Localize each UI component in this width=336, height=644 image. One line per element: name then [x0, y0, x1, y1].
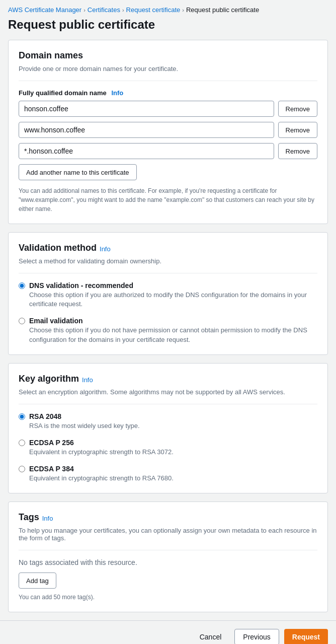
key-algorithm-radio-group: RSA 2048 RSA is the most widely used key… — [19, 412, 317, 483]
rsa-2048-desc: RSA is the most widely used key type. — [29, 421, 140, 431]
no-tags-text: No tags associated with this resource. — [19, 558, 317, 566]
remove-button-3[interactable]: Remove — [278, 143, 317, 159]
cancel-button[interactable]: Cancel — [192, 629, 230, 644]
footer: Cancel Previous Request — [0, 620, 336, 644]
ecdsa-p256-option: ECDSA P 256 Equivalent in cryptographic … — [19, 439, 317, 457]
rsa-2048-label[interactable]: RSA 2048 — [29, 412, 61, 420]
rsa-2048-option: RSA 2048 RSA is the most widely used key… — [19, 412, 317, 431]
ecdsa-p256-label[interactable]: ECDSA P 256 — [29, 439, 74, 447]
key-algorithm-section: Key algorithm Info Select an encryption … — [8, 363, 328, 494]
email-validation-radio[interactable] — [19, 318, 25, 324]
remove-button-1[interactable]: Remove — [278, 101, 317, 117]
email-validation-option: Email validation Choose this option if y… — [19, 317, 317, 344]
key-algorithm-subtitle: Select an encryption algorithm. Some alg… — [19, 388, 317, 396]
add-tag-button[interactable]: Add tag — [19, 573, 56, 589]
breadcrumb-certificates[interactable]: Certificates — [88, 6, 120, 14]
page-title: Request public certificate — [0, 18, 336, 40]
domain-hint: You can add additional names to this cer… — [19, 186, 317, 213]
validation-radio-group: DNS validation - recommended Choose this… — [19, 281, 317, 344]
fqdn-info-link[interactable]: Info — [111, 89, 123, 97]
domain-names-subtitle: Provide one or more domain names for you… — [19, 65, 317, 73]
dns-validation-option: DNS validation - recommended Choose this… — [19, 281, 317, 309]
ecdsa-p384-label[interactable]: ECDSA P 384 — [29, 465, 74, 473]
ecdsa-p256-radio[interactable] — [19, 440, 25, 446]
tags-info-link[interactable]: Info — [42, 515, 53, 522]
domain-input-3[interactable] — [19, 143, 274, 159]
dns-validation-label[interactable]: DNS validation - recommended — [29, 281, 133, 290]
validation-method-subtitle: Select a method for validating domain ow… — [19, 257, 317, 265]
domain-row-1: Remove — [19, 101, 317, 117]
email-validation-label[interactable]: Email validation — [29, 317, 83, 325]
breadcrumb-request[interactable]: Request certificate — [126, 6, 181, 14]
tags-remaining: You can add 50 more tag(s). — [19, 593, 317, 602]
domain-names-title: Domain names — [19, 50, 83, 61]
breadcrumb-sep-2: › — [122, 7, 124, 13]
request-button[interactable]: Request — [284, 629, 328, 644]
ecdsa-p384-desc: Equivalent in cryptographic strength to … — [29, 474, 174, 483]
validation-info-link[interactable]: Info — [100, 245, 111, 253]
validation-method-section: Validation method Info Select a method f… — [8, 232, 328, 355]
dns-validation-radio[interactable] — [19, 282, 25, 289]
dns-validation-desc: Choose this option if you are authorized… — [29, 291, 317, 309]
rsa-2048-radio[interactable] — [19, 413, 25, 420]
tags-title: Tags — [19, 512, 39, 523]
domain-input-1[interactable] — [19, 101, 274, 117]
key-algorithm-title: Key algorithm — [19, 374, 79, 384]
key-algorithm-info-link[interactable]: Info — [82, 376, 93, 384]
ecdsa-p384-radio[interactable] — [19, 466, 25, 472]
domain-row-2: Remove — [19, 122, 317, 138]
breadcrumb-acm[interactable]: AWS Certificate Manager — [8, 6, 81, 14]
breadcrumb-sep-1: › — [83, 7, 86, 13]
ecdsa-p384-option: ECDSA P 384 Equivalent in cryptographic … — [19, 465, 317, 483]
ecdsa-p256-desc: Equivalent in cryptographic strength to … — [29, 448, 174, 457]
breadcrumb-current: Request public certificate — [186, 6, 259, 14]
domain-names-section: Domain names Provide one or more domain … — [8, 40, 328, 224]
fqdn-label: Fully qualified domain name Info — [19, 89, 317, 97]
breadcrumb: AWS Certificate Manager › Certificates ›… — [0, 0, 336, 18]
previous-button[interactable]: Previous — [234, 629, 279, 644]
email-validation-desc: Choose this option if you do not have pe… — [29, 326, 317, 344]
remove-button-2[interactable]: Remove — [278, 122, 317, 138]
tags-subtitle: To help you manage your certificates, yo… — [19, 527, 317, 542]
breadcrumb-sep-3: › — [182, 7, 184, 13]
tags-section: Tags Info To help you manage your certif… — [8, 502, 328, 612]
validation-method-title: Validation method — [19, 243, 97, 253]
add-domain-button[interactable]: Add another name to this certificate — [19, 164, 137, 180]
domain-row-3: Remove — [19, 143, 317, 159]
domain-input-2[interactable] — [19, 122, 274, 138]
